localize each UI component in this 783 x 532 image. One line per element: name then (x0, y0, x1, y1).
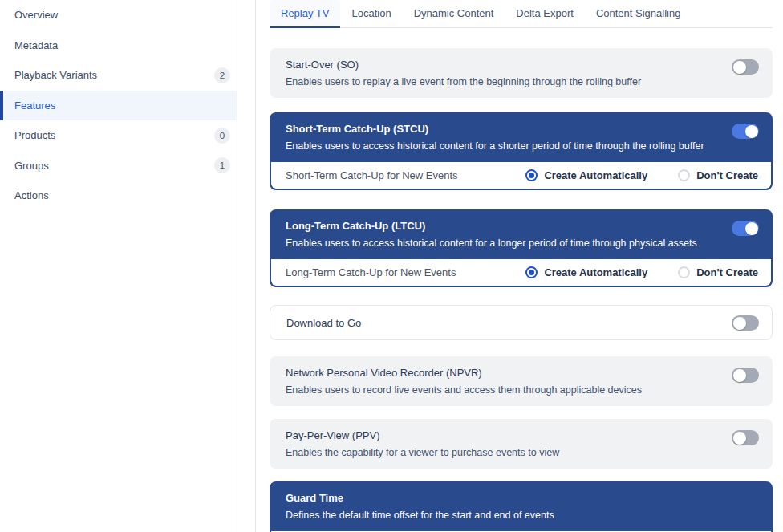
sidebar-item-products[interactable]: Products 0 (0, 120, 237, 151)
radio-label: Create Automatically (544, 266, 647, 278)
toggle-knob (733, 432, 746, 445)
tab-content-signalling[interactable]: Content Signalling (585, 0, 692, 27)
start-over-toggle[interactable] (732, 59, 759, 75)
sidebar-item-label: Features (14, 99, 230, 112)
feature-title: Start-Over (SO) (286, 59, 732, 71)
sidebar-item-playback-variants[interactable]: Playback Variants 2 (0, 60, 237, 91)
feature-card-start-over: Start-Over (SO) Enables users to replay … (270, 48, 773, 98)
sidebar-item-label: Actions (14, 189, 230, 201)
feature-card-ltcu: Long-Term Catch-Up (LTCU) Enables users … (270, 209, 773, 287)
radio-selected-icon (525, 169, 538, 181)
feature-description: Enables users to record live events and … (286, 384, 732, 396)
feature-card-guard-time: Guard Time Defines the default time offs… (270, 481, 773, 532)
sub-setting-label: Short-Term Catch-Up for New Events (286, 169, 525, 181)
ltcu-new-events-row: Long-Term Catch-Up for New Events Create… (271, 259, 771, 286)
tab-dynamic-content[interactable]: Dynamic Content (403, 0, 505, 27)
feature-title: Pay-Per-View (PPV) (286, 429, 732, 441)
sidebar-item-groups[interactable]: Groups 1 (0, 151, 237, 181)
sidebar-item-actions[interactable]: Actions (0, 181, 237, 211)
feature-title: Download to Go (286, 317, 732, 329)
feature-description: Enables users to access historical conte… (286, 238, 732, 249)
radio-create-automatically[interactable]: Create Automatically (525, 169, 647, 181)
stcu-new-events-row: Short-Term Catch-Up for New Events Creat… (271, 162, 771, 189)
count-badge: 2 (214, 67, 230, 83)
sidebar-item-metadata[interactable]: Metadata (0, 30, 237, 61)
ppv-toggle[interactable] (732, 430, 759, 445)
feature-card-ppv: Pay-Per-View (PPV) Enables the capabilit… (270, 419, 773, 469)
feature-title: Network Personal Video Recorder (NPVR) (286, 367, 732, 379)
feature-title: Guard Time (286, 492, 759, 504)
radio-selected-icon (525, 266, 538, 278)
sidebar-item-label: Groups (14, 160, 214, 172)
radio-label: Don't Create (696, 169, 758, 181)
tab-delta-export[interactable]: Delta Export (505, 0, 585, 27)
radio-create-automatically[interactable]: Create Automatically (525, 266, 647, 278)
sidebar-item-label: Playback Variants (14, 69, 214, 81)
radio-dont-create[interactable]: Don't Create (678, 266, 758, 278)
toggle-knob (745, 222, 758, 235)
features-panel: Replay TV Location Dynamic Content Delta… (270, 0, 773, 532)
feature-card-download-to-go: Download to Go (270, 305, 773, 340)
tab-bar: Replay TV Location Dynamic Content Delta… (270, 0, 773, 28)
npvr-toggle[interactable] (732, 368, 759, 383)
feature-description: Defines the default time offset for the … (286, 510, 759, 521)
tab-replay-tv[interactable]: Replay TV (270, 0, 340, 27)
feature-description: Enables the capability for a viewer to p… (286, 447, 732, 458)
feature-description: Enables users to replay a live event fro… (286, 76, 732, 87)
feature-title: Long-Term Catch-Up (LTCU) (286, 220, 732, 232)
feature-title: Short-Term Catch-Up (STCU) (286, 123, 732, 135)
sidebar-item-features[interactable]: Features (0, 91, 237, 121)
feature-description: Enables users to access historical conte… (286, 140, 732, 152)
feature-card-stcu: Short-Term Catch-Up (STCU) Enables users… (270, 112, 773, 190)
ltcu-toggle[interactable] (732, 221, 759, 236)
radio-unselected-icon (678, 169, 690, 181)
toggle-knob (733, 317, 746, 330)
sub-setting-label: Long-Term Catch-Up for New Events (286, 266, 525, 278)
toggle-knob (745, 125, 758, 138)
radio-label: Create Automatically (544, 169, 647, 181)
radio-label: Don't Create (696, 266, 758, 278)
radio-unselected-icon (678, 266, 690, 278)
toggle-knob (733, 61, 746, 74)
sidebar: Overview Metadata Playback Variants 2 Fe… (0, 0, 237, 532)
feature-card-npvr: Network Personal Video Recorder (NPVR) E… (270, 356, 773, 406)
count-badge: 1 (214, 157, 230, 173)
radio-dont-create[interactable]: Don't Create (678, 169, 758, 181)
sidebar-item-overview[interactable]: Overview (0, 0, 237, 30)
sidebar-item-label: Overview (14, 9, 230, 21)
sidebar-item-label: Metadata (14, 39, 230, 51)
toggle-knob (733, 369, 746, 382)
stcu-toggle[interactable] (732, 124, 759, 139)
count-badge: 0 (214, 128, 230, 144)
sidebar-item-label: Products (14, 129, 214, 141)
panel-divider (255, 0, 256, 532)
download-to-go-toggle[interactable] (732, 315, 759, 331)
tab-location[interactable]: Location (340, 0, 402, 27)
